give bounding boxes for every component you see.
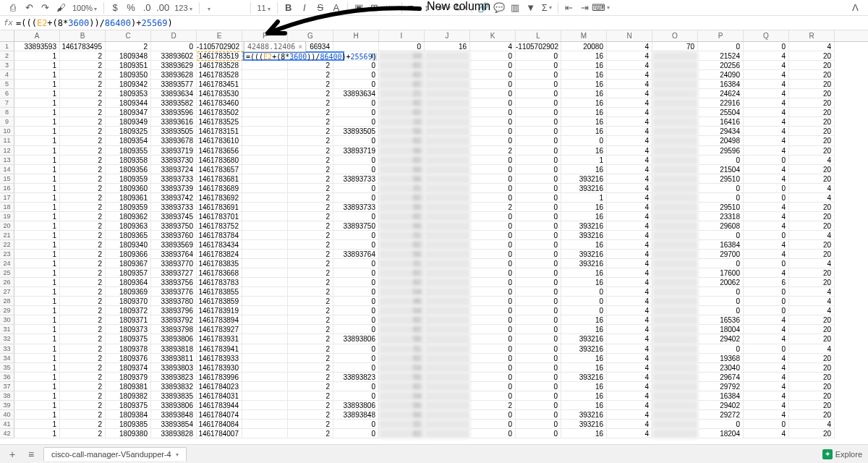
cell[interactable]: 1461783930: [197, 363, 242, 373]
cell[interactable]: 16: [561, 354, 607, 363]
cell[interactable]: 0: [470, 297, 516, 306]
cell[interactable]: 4: [744, 401, 789, 410]
cell[interactable]: 29510: [698, 203, 744, 212]
cell[interactable]: [242, 156, 288, 165]
cell[interactable]: [242, 212, 288, 221]
cell[interactable]: [242, 278, 288, 287]
cell[interactable]: 1461783894: [197, 315, 242, 325]
col-header-R[interactable]: R: [789, 30, 835, 41]
formula-input[interactable]: =(((E2+(8*3600))/86400)+25569): [16, 18, 868, 28]
cell[interactable]: 16: [561, 429, 607, 438]
cell[interactable]: 393216: [561, 420, 607, 429]
cell[interactable]: 16: [561, 127, 607, 136]
cell[interactable]: 20: [789, 127, 835, 136]
cell[interactable]: 1: [14, 297, 60, 306]
cell[interactable]: 4: [744, 203, 789, 212]
cell[interactable]: 0: [516, 401, 561, 410]
cell[interactable]: 4: [607, 193, 652, 203]
cell[interactable]: 0: [698, 156, 744, 165]
cell[interactable]: [425, 315, 470, 325]
cell[interactable]: 56: [379, 334, 425, 344]
cell[interactable]: 1461783528: [197, 61, 242, 70]
cell[interactable]: 4: [744, 268, 789, 278]
cell[interactable]: 20: [789, 165, 835, 174]
cell[interactable]: 33893848: [333, 410, 379, 420]
cell[interactable]: 1809362: [106, 212, 151, 221]
cell[interactable]: 33893780: [151, 297, 197, 306]
cell[interactable]: 2: [288, 259, 333, 268]
cell[interactable]: 1: [14, 382, 60, 391]
cell[interactable]: 4: [744, 127, 789, 136]
cell[interactable]: 4: [607, 127, 652, 136]
cell[interactable]: 4: [607, 212, 652, 221]
cell[interactable]: 82: [379, 61, 425, 70]
cell[interactable]: [652, 80, 698, 89]
cell[interactable]: 0: [333, 259, 379, 268]
print-icon[interactable]: ⎙: [6, 1, 20, 14]
cell[interactable]: 1461783668: [197, 268, 242, 278]
cell[interactable]: 4: [607, 240, 652, 250]
cell[interactable]: 0: [516, 373, 561, 382]
cell[interactable]: 20: [789, 174, 835, 184]
cell[interactable]: 16384: [698, 80, 744, 89]
cell[interactable]: 0: [470, 410, 516, 420]
col-header-O[interactable]: O: [652, 30, 698, 41]
cell[interactable]: 4: [607, 80, 652, 89]
cell[interactable]: 2: [288, 221, 333, 231]
cell[interactable]: [652, 108, 698, 117]
col-header-C[interactable]: C: [106, 30, 151, 41]
cell[interactable]: 2: [288, 410, 333, 420]
cell[interactable]: 2: [288, 98, 333, 108]
cell[interactable]: 1461783927: [197, 325, 242, 334]
cell[interactable]: 33893828: [151, 429, 197, 438]
cell[interactable]: [425, 98, 470, 108]
cell[interactable]: 54: [379, 391, 425, 401]
cell[interactable]: 2: [60, 221, 106, 231]
cell[interactable]: [242, 250, 288, 259]
row-header[interactable]: 36: [0, 373, 14, 382]
row-header[interactable]: 24: [0, 259, 14, 268]
cell[interactable]: 82: [379, 212, 425, 221]
cell[interactable]: 10: [379, 117, 425, 127]
cell[interactable]: 0: [698, 231, 744, 240]
cell[interactable]: 2: [288, 203, 333, 212]
cell[interactable]: 20: [789, 240, 835, 250]
row-header[interactable]: 40: [0, 410, 14, 420]
cell[interactable]: [652, 287, 698, 297]
cell[interactable]: 20: [789, 278, 835, 287]
cell[interactable]: 2: [60, 98, 106, 108]
cell[interactable]: 0: [333, 297, 379, 306]
cell[interactable]: [425, 297, 470, 306]
cell[interactable]: 1461783657: [197, 165, 242, 174]
cell[interactable]: 0: [516, 117, 561, 127]
cell[interactable]: 2: [60, 382, 106, 391]
cell[interactable]: 4: [744, 240, 789, 250]
cell[interactable]: 2: [60, 354, 106, 363]
cell[interactable]: 2: [106, 42, 151, 51]
cell[interactable]: 0: [744, 42, 789, 51]
cell[interactable]: 16: [561, 382, 607, 391]
cell[interactable]: [652, 391, 698, 401]
cell[interactable]: 4: [607, 70, 652, 80]
cell[interactable]: [652, 174, 698, 184]
cell[interactable]: 33893776: [151, 287, 197, 297]
cell[interactable]: 4: [607, 382, 652, 391]
cell[interactable]: 25504: [698, 108, 744, 117]
cell[interactable]: 0: [516, 165, 561, 174]
cell[interactable]: 54: [379, 363, 425, 373]
cell[interactable]: 4: [744, 410, 789, 420]
cell[interactable]: 0: [470, 174, 516, 184]
cell[interactable]: 2: [60, 136, 106, 145]
cell[interactable]: 1461783495: [60, 42, 106, 51]
cell[interactable]: 1461783931: [197, 334, 242, 344]
cell[interactable]: 33893818: [151, 344, 197, 354]
cell[interactable]: 1809375: [106, 334, 151, 344]
cell[interactable]: 2: [60, 278, 106, 287]
row-header[interactable]: 32: [0, 334, 14, 344]
cell[interactable]: [425, 325, 470, 334]
cell[interactable]: 33893806: [333, 334, 379, 344]
cell[interactable]: [652, 221, 698, 231]
cell[interactable]: 0: [744, 231, 789, 240]
col-header-J[interactable]: J: [425, 30, 470, 41]
cell[interactable]: 0: [516, 98, 561, 108]
